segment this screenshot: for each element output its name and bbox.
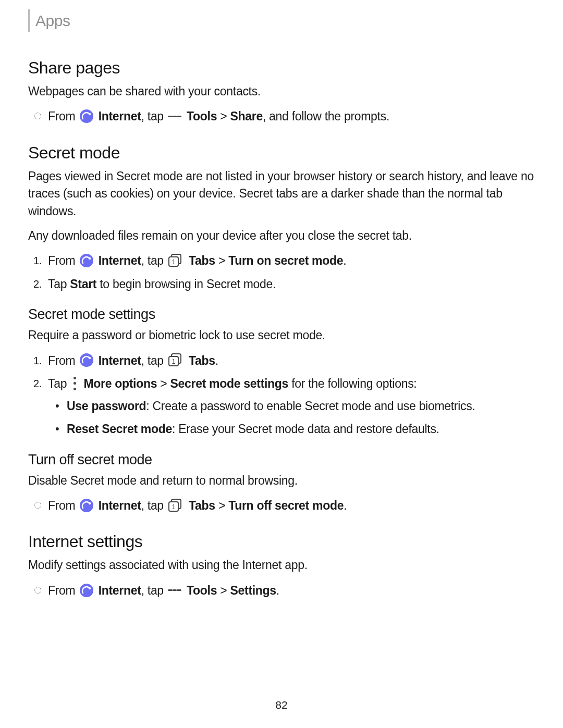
share-pages-step: From Internet, tap Tools > Share, and fo… <box>48 107 535 126</box>
tabs-icon: 1 <box>168 499 183 512</box>
turn-off-step: From Internet, tap 1 Tabs > Turn off sec… <box>48 497 535 515</box>
secret-settings-step-1: From Internet, tap 1 Tabs. <box>48 352 535 370</box>
more-options-icon <box>71 377 78 390</box>
secret-settings-intro: Require a password or biometric lock to … <box>28 327 535 344</box>
breadcrumb: Apps <box>28 9 535 32</box>
secret-mode-p2: Any downloaded files remain on your devi… <box>28 227 535 244</box>
tabs-icon: 1 <box>168 254 183 267</box>
option-reset-secret-mode: Reset Secret mode: Erase your Secret mod… <box>67 420 535 438</box>
secret-mode-step-2: Tap Start to begin browsing in Secret mo… <box>48 275 535 293</box>
share-pages-intro: Webpages can be shared with your contact… <box>28 83 535 100</box>
internet-icon <box>80 499 93 512</box>
heading-secret-mode: Secret mode <box>28 143 535 163</box>
svg-point-13 <box>88 587 90 589</box>
svg-point-1 <box>88 257 90 260</box>
tools-icon <box>168 585 181 596</box>
internet-settings-intro: Modify settings associated with using th… <box>28 557 535 574</box>
svg-text:1: 1 <box>172 258 175 266</box>
heading-secret-mode-settings: Secret mode settings <box>28 306 535 323</box>
secret-settings-step-2: Tap More options > Secret mode settings … <box>48 375 535 438</box>
svg-text:1: 1 <box>172 503 175 511</box>
svg-point-5 <box>88 357 90 359</box>
internet-icon <box>80 584 93 597</box>
internet-icon <box>80 109 93 123</box>
tools-icon <box>168 111 181 121</box>
turn-off-intro: Disable Secret mode and return to normal… <box>28 472 535 489</box>
tabs-icon: 1 <box>168 353 183 367</box>
internet-settings-step: From Internet, tap Tools > Settings. <box>48 582 535 600</box>
svg-point-0 <box>88 113 90 115</box>
option-use-password: Use password: Create a password to enabl… <box>67 397 535 415</box>
secret-mode-p1: Pages viewed in Secret mode are not list… <box>28 168 535 220</box>
page-number: 82 <box>0 699 563 711</box>
breadcrumb-bar <box>28 9 30 32</box>
internet-icon <box>80 254 93 267</box>
heading-internet-settings: Internet settings <box>28 532 535 551</box>
secret-mode-step-1: From Internet, tap 1 Tabs > Turn on secr… <box>48 252 535 270</box>
heading-turn-off-secret-mode: Turn off secret mode <box>28 452 535 468</box>
svg-point-9 <box>88 502 90 504</box>
breadcrumb-text: Apps <box>35 12 70 30</box>
internet-icon <box>80 353 93 367</box>
svg-text:1: 1 <box>172 357 175 365</box>
heading-share-pages: Share pages <box>28 58 535 78</box>
